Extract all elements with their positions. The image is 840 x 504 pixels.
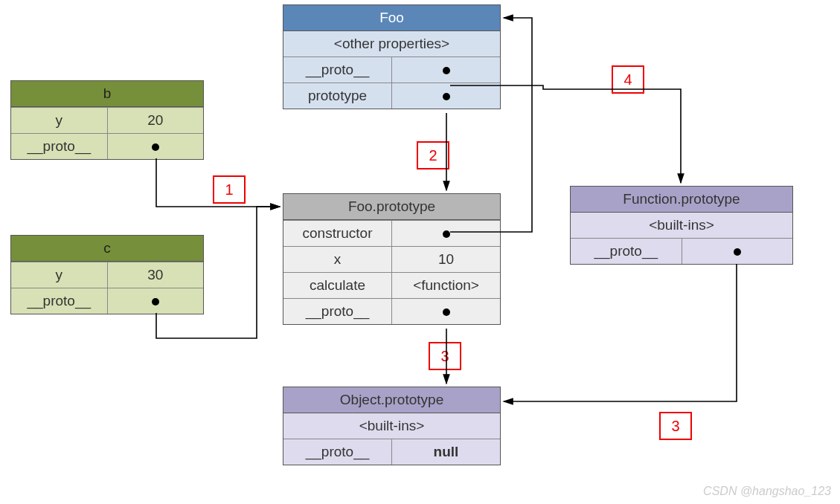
foo-proto-val — [391, 57, 500, 83]
foo-prototype-val — [391, 83, 500, 109]
objProto-proto-label: __proto__ — [283, 439, 391, 465]
constructor-val — [391, 221, 500, 246]
label-4-box: 4 — [612, 65, 644, 94]
constructor-label: constructor — [283, 221, 391, 246]
c-y-label: y — [11, 262, 107, 288]
dot-icon — [443, 93, 450, 100]
fooProto-proto-val — [391, 299, 500, 324]
label-3b: 3 — [671, 418, 679, 435]
dot-icon — [443, 230, 450, 238]
c-proto-label: __proto__ — [11, 288, 107, 314]
object-prototype-header: Object.prototype — [283, 387, 500, 413]
foo-other: <other properties> — [283, 31, 500, 56]
funcProto-proto-label: __proto__ — [571, 239, 682, 264]
dot-icon — [443, 67, 450, 74]
c-y-value: 30 — [107, 262, 204, 288]
foo-prototype-box: Foo.prototype constructor x 10 calculate… — [283, 193, 501, 325]
c-proto-val — [107, 288, 204, 314]
b-box: b y 20 __proto__ — [10, 80, 204, 160]
b-y-label: y — [11, 108, 107, 133]
x-value: 10 — [391, 247, 500, 272]
label-2-box: 2 — [417, 141, 449, 169]
foo-prototype-label: prototype — [283, 83, 391, 109]
foo-box: Foo <other properties> __proto__ prototy… — [283, 4, 501, 109]
dot-icon — [152, 143, 159, 151]
foo-prototype-header: Foo.prototype — [283, 194, 500, 220]
label-3a-box: 3 — [429, 342, 461, 370]
b-proto-label: __proto__ — [11, 134, 107, 159]
b-y-value: 20 — [107, 108, 204, 133]
foo-header: Foo — [283, 5, 500, 31]
label-3b-box: 3 — [659, 412, 692, 440]
label-2: 2 — [429, 147, 437, 164]
object-prototype-box: Object.prototype <built-ins> __proto__ n… — [283, 387, 501, 465]
label-1: 1 — [225, 181, 233, 198]
c-box: c y 30 __proto__ — [10, 235, 204, 314]
dot-icon — [734, 248, 741, 256]
foo-proto-label: __proto__ — [283, 57, 391, 83]
calc-value: <function> — [391, 273, 500, 298]
b-header: b — [11, 81, 203, 107]
objProto-null: null — [391, 439, 500, 465]
object-builtins: <built-ins> — [283, 413, 500, 439]
function-builtins: <built-ins> — [571, 213, 792, 238]
x-label: x — [283, 247, 391, 272]
funcProto-proto-val — [682, 239, 793, 264]
function-prototype-box: Function.prototype <built-ins> __proto__ — [570, 186, 793, 265]
function-prototype-header: Function.prototype — [571, 187, 792, 213]
dot-icon — [443, 308, 450, 316]
b-proto-val — [107, 134, 204, 159]
watermark: CSDN @hangshao_123 — [703, 485, 831, 498]
dot-icon — [152, 298, 159, 306]
c-header: c — [11, 236, 203, 262]
fooProto-proto-label: __proto__ — [283, 299, 391, 324]
label-4: 4 — [623, 71, 632, 88]
label-1-box: 1 — [213, 175, 246, 204]
calc-label: calculate — [283, 273, 391, 298]
label-3a: 3 — [440, 348, 449, 365]
